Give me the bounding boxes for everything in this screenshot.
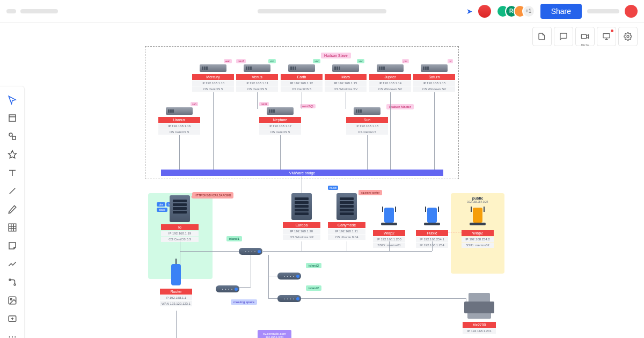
line-tool[interactable] <box>0 182 25 200</box>
image-tool[interactable] <box>0 291 25 310</box>
avatar[interactable] <box>478 5 491 18</box>
server-earth[interactable]: vnc Earth IP 192.168.1.12 OS CentOS 5 <box>281 64 323 92</box>
mint2-tag[interactable]: mint2@ <box>300 104 316 108</box>
server-tower-icon <box>336 193 357 220</box>
connector-line <box>179 135 180 170</box>
node-ip: IP 192.168.1.15 <box>413 80 455 86</box>
select-tool[interactable] <box>0 91 25 109</box>
more-collaborators[interactable]: +1 <box>522 5 535 18</box>
embed-tool[interactable] <box>0 310 25 328</box>
server-mars[interactable]: vnc Mars IP 192.168.1.13 OS Windows SV <box>325 64 367 92</box>
switch-2[interactable] <box>277 273 301 280</box>
domain-sub: 192.168.1.0/24 <box>263 335 286 338</box>
node-ip: IP 192.168.1.18 <box>346 123 388 129</box>
star-tool[interactable] <box>0 145 25 164</box>
server-icon: vnc <box>244 64 270 72</box>
comment-icon[interactable] <box>554 27 573 46</box>
app-header: ➤ R +1 Share <box>0 0 644 23</box>
server-venus[interactable]: mint1 vnc Venus IP 192.168.1.11 OS CentO… <box>236 64 278 92</box>
node-name: Mx2700 <box>463 322 496 328</box>
frame-tool[interactable] <box>0 109 25 127</box>
wlap2-b[interactable]: Wlap2 IP 192.168.254.2 SSID: mentos02 <box>462 202 494 248</box>
connector-line <box>268 255 269 299</box>
connector-line <box>346 92 346 109</box>
server-icon: vnc <box>332 64 359 72</box>
node-ip: IP 192.168.1.20 <box>283 229 320 234</box>
router-node[interactable]: Router IP 192.168.1.1 WAN 123.123.123.1 <box>160 264 192 306</box>
svg-rect-0 <box>581 34 586 39</box>
table-tool[interactable] <box>0 218 25 237</box>
node-os: OS Ubuntu 8.04 <box>328 234 365 240</box>
diagram-canvas[interactable]: Hudson Slave Hudson Master web Mercury I… <box>0 23 644 338</box>
node-ip: IP 192.168.1.13 <box>325 80 367 86</box>
server-uranus[interactable]: ssh Uranus IP 192.168.1.16 OS CentOS 5 <box>158 107 200 135</box>
island1-label[interactable]: island1 <box>226 236 242 241</box>
switch-1[interactable] <box>239 248 262 255</box>
node-os: OS Windows SV <box>413 86 455 92</box>
node-ssid: SSID: mentos02 <box>462 243 494 248</box>
server-icon: ssh <box>166 107 193 115</box>
vmware-bridge[interactable]: VMWare bridge <box>161 170 443 176</box>
svg-point-15 <box>14 284 16 285</box>
wifi-router-icon <box>422 208 442 228</box>
server-jupiter[interactable]: pat Jupiter IP 192.168.1.14 OS Windows S… <box>369 64 411 92</box>
squeeze-label[interactable]: squeeze center <box>358 190 382 195</box>
island2b-label[interactable]: island2 <box>306 285 321 291</box>
node-name: Europa <box>283 222 320 228</box>
header-center <box>258 9 386 13</box>
server-icon: sl <box>421 64 448 72</box>
printer-node[interactable]: Mx2700 IP 192.168.1.201 <box>463 320 496 334</box>
svg-marker-7 <box>9 151 17 158</box>
server-mercury[interactable]: web Mercury IP 192.168.1.10 OS CentOS 5 <box>192 64 234 92</box>
svg-line-8 <box>10 188 16 194</box>
connector-tool[interactable] <box>0 273 25 291</box>
text-tool[interactable] <box>0 164 25 182</box>
share-button[interactable]: Share <box>540 4 582 19</box>
switch-4[interactable] <box>216 285 239 292</box>
app-menu-icon[interactable] <box>6 9 16 13</box>
video-icon[interactable] <box>575 27 595 46</box>
svg-rect-3 <box>9 115 16 121</box>
more-tools[interactable] <box>0 328 25 338</box>
user-avatar[interactable] <box>625 5 638 18</box>
collaborator-avatars[interactable]: R +1 <box>496 5 535 18</box>
node-name: Ganymede <box>328 222 365 228</box>
server-europa[interactable]: Europa IP 192.168.1.20 OS Windows XP <box>283 193 320 240</box>
left-toolbar <box>0 86 25 338</box>
node-name: Earth <box>281 74 323 80</box>
node-ip: IP 192.168.1.201 <box>463 328 496 334</box>
node-ip: IP 192.168.1.12 <box>281 80 323 86</box>
connector-line <box>239 287 251 288</box>
node-os: OS CentOS 5 <box>192 86 234 92</box>
server-saturn[interactable]: sl Saturn IP 192.168.1.15 OS Windows SV <box>413 64 455 92</box>
node-ip: IP 192.168.1.11 <box>236 80 278 86</box>
header-placeholder[interactable] <box>587 9 619 13</box>
hudson-slave-label[interactable]: Hudson Slave <box>321 53 351 58</box>
connector-line <box>302 92 302 109</box>
server-ganymede[interactable]: music Ganymede IP 192.168.1.21 OS Ubuntu… <box>328 193 365 240</box>
shapes-tool[interactable] <box>0 127 25 145</box>
domain-box[interactable]: sv.exmaple.com 192.168.1.0/24 <box>258 330 291 338</box>
settings-icon[interactable] <box>618 27 638 46</box>
meeting-label[interactable]: meeting space <box>231 299 257 305</box>
connector-line <box>251 255 251 287</box>
document-title-placeholder[interactable] <box>20 9 58 13</box>
public-label: public <box>451 193 504 200</box>
present-icon[interactable] <box>597 27 616 46</box>
node-name: Wlap2 <box>373 230 405 236</box>
printer-icon[interactable] <box>464 293 494 320</box>
page-tab-placeholder[interactable] <box>258 9 386 13</box>
connector-line <box>448 232 462 233</box>
connector-line <box>389 241 390 251</box>
node-os: OS CentOS 5 <box>281 86 323 92</box>
switch-3[interactable] <box>277 295 301 302</box>
chart-tool[interactable] <box>0 255 25 273</box>
server-sun[interactable]: Sun IP 192.168.1.18 OS Debian 5 <box>346 107 388 135</box>
connector-line <box>347 241 347 251</box>
pen-tool[interactable] <box>0 200 25 218</box>
server-neptune[interactable]: mint2 Neptune IP 192.168.1.17 OS CentOS … <box>259 107 301 135</box>
note-icon[interactable] <box>532 27 552 46</box>
sticky-tool[interactable] <box>0 237 25 255</box>
server-io[interactable]: Io IP 192.168.1.19 OS CentOS 5.3 <box>161 195 199 242</box>
island2-label[interactable]: island2 <box>306 263 321 268</box>
